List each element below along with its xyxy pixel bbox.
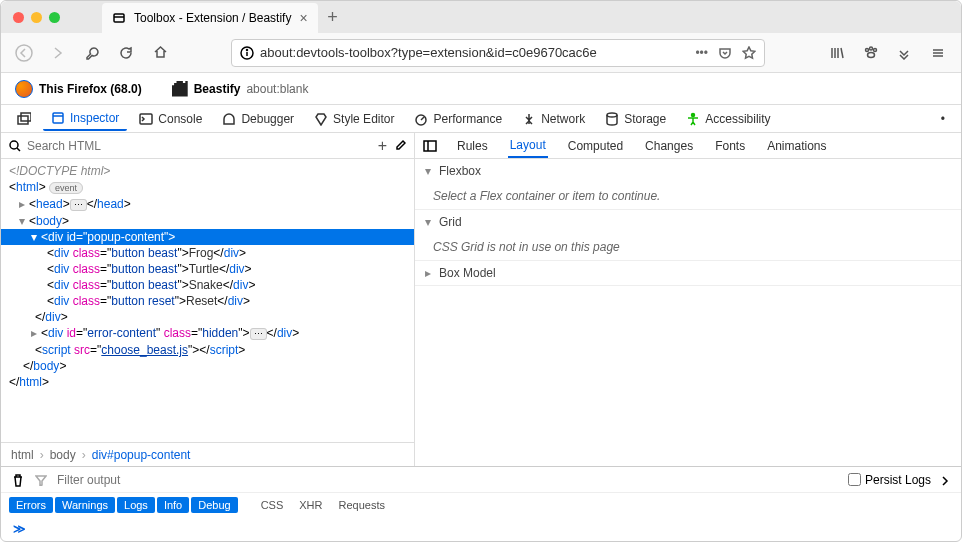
filter-css[interactable]: CSS <box>254 497 291 513</box>
svg-line-23 <box>421 117 424 120</box>
home-button[interactable] <box>147 40 173 66</box>
section-boxmodel: ▸Box Model <box>415 261 961 286</box>
tree-head[interactable]: ▸<head>⋯</head> <box>1 196 414 213</box>
tab-debugger[interactable]: Debugger <box>214 108 302 130</box>
pocket-icon[interactable] <box>718 46 732 60</box>
paw-icon[interactable] <box>857 40 883 66</box>
tab-storage[interactable]: Storage <box>597 108 674 130</box>
tab-console[interactable]: Console <box>131 108 210 130</box>
tab-performance[interactable]: Performance <box>406 108 510 130</box>
filter-input[interactable] <box>57 473 838 487</box>
url-bar[interactable]: ••• <box>231 39 765 67</box>
menu-icon[interactable] <box>925 40 951 66</box>
firefox-target[interactable]: This Firefox (68.0) <box>15 80 142 98</box>
browser-tab[interactable]: Toolbox - Extension / Beastify × <box>102 3 318 33</box>
reload-button[interactable] <box>113 40 139 66</box>
filter-xhr[interactable]: XHR <box>292 497 329 513</box>
eyedropper-icon[interactable] <box>393 139 406 152</box>
flexbox-header[interactable]: ▾Flexbox <box>415 159 961 183</box>
rtab-layout[interactable]: Layout <box>508 134 548 158</box>
search-input[interactable] <box>27 139 372 153</box>
crumb-body[interactable]: body <box>50 448 76 462</box>
rtab-computed[interactable]: Computed <box>566 135 625 157</box>
layout-toggle-icon[interactable] <box>423 139 437 153</box>
svg-rect-18 <box>21 113 31 121</box>
library-icon[interactable] <box>823 40 849 66</box>
svg-rect-0 <box>114 14 124 22</box>
tree-beast-row[interactable]: <div class="button beast">Frog</div> <box>1 245 414 261</box>
filter-info[interactable]: Info <box>157 497 189 513</box>
markup-panel: + <!DOCTYPE html> <html> event ▸<head>⋯<… <box>1 133 415 466</box>
svg-point-10 <box>865 49 868 52</box>
tree-div-close[interactable]: </div> <box>1 309 414 325</box>
svg-line-9 <box>841 48 843 58</box>
svg-point-12 <box>873 49 876 52</box>
tab-style-editor[interactable]: Style Editor <box>306 108 402 130</box>
svg-point-5 <box>247 49 248 50</box>
crumb-current[interactable]: div#popup-content <box>92 448 191 462</box>
tree-error-content[interactable]: ▸<div id="error-content" class="hidden">… <box>1 325 414 342</box>
svg-rect-21 <box>140 114 152 124</box>
filter-errors[interactable]: Errors <box>9 497 53 513</box>
crumb-html[interactable]: html <box>11 448 34 462</box>
close-tab-icon[interactable]: × <box>299 10 307 26</box>
breadcrumbs[interactable]: html› body› div#popup-content <box>1 442 414 466</box>
star-icon[interactable] <box>742 46 756 60</box>
info-icon[interactable] <box>240 46 254 60</box>
tree-body[interactable]: ▾<body> <box>1 213 414 229</box>
devtools-more-icon[interactable]: • <box>933 108 953 130</box>
rtab-fonts[interactable]: Fonts <box>713 135 747 157</box>
svg-line-29 <box>17 148 20 151</box>
boxmodel-header[interactable]: ▸Box Model <box>415 261 961 285</box>
tab-title: Toolbox - Extension / Beastify <box>134 11 291 25</box>
trash-icon[interactable] <box>11 473 25 487</box>
new-tab-button[interactable]: + <box>318 7 348 28</box>
rtab-rules[interactable]: Rules <box>455 135 490 157</box>
tools-button[interactable] <box>79 40 105 66</box>
window-tabbar: Toolbox - Extension / Beastify × + <box>1 1 961 33</box>
dom-tree[interactable]: <!DOCTYPE html> <html> event ▸<head>⋯</h… <box>1 159 414 442</box>
filter-logs[interactable]: Logs <box>117 497 155 513</box>
tree-beast-row[interactable]: <div class="button reset">Reset</div> <box>1 293 414 309</box>
console-panel: Persist Logs Errors Warnings Logs Info D… <box>1 466 961 541</box>
tab-network[interactable]: Network <box>514 108 593 130</box>
more-icon[interactable]: ••• <box>695 46 708 60</box>
tree-html[interactable]: <html> event <box>1 179 414 196</box>
overflow-icon[interactable] <box>891 40 917 66</box>
tree-html-close[interactable]: </html> <box>1 374 414 390</box>
rtab-changes[interactable]: Changes <box>643 135 695 157</box>
rtab-animations[interactable]: Animations <box>765 135 828 157</box>
filter-requests[interactable]: Requests <box>332 497 392 513</box>
section-flexbox: ▾Flexbox Select a Flex container or item… <box>415 159 961 210</box>
tree-beast-row[interactable]: <div class="button beast">Turtle</div> <box>1 261 414 277</box>
search-icon <box>9 140 21 152</box>
back-button[interactable] <box>11 40 37 66</box>
tree-doctype[interactable]: <!DOCTYPE html> <box>1 163 414 179</box>
svg-point-27 <box>692 113 695 116</box>
console-toolbar: Persist Logs <box>1 467 961 493</box>
console-overflow-icon[interactable] <box>941 473 951 487</box>
minimize-window-icon[interactable] <box>31 12 42 23</box>
filter-warnings[interactable]: Warnings <box>55 497 115 513</box>
tree-popup-content[interactable]: ▾<div id="popup-content"> <box>1 229 414 245</box>
grid-header[interactable]: ▾Grid <box>415 210 961 234</box>
iframe-picker-button[interactable] <box>9 108 39 130</box>
tab-inspector[interactable]: Inspector <box>43 107 127 131</box>
close-window-icon[interactable] <box>13 12 24 23</box>
tree-script[interactable]: <script src="choose_beast.js"></script> <box>1 342 414 358</box>
url-input[interactable] <box>260 45 689 60</box>
tab-accessibility[interactable]: Accessibility <box>678 108 778 130</box>
extension-url: about:blank <box>246 82 308 96</box>
section-grid: ▾Grid CSS Grid is not in use on this pag… <box>415 210 961 261</box>
tree-beast-row[interactable]: <div class="button beast">Snake</div> <box>1 277 414 293</box>
tree-body-close[interactable]: </body> <box>1 358 414 374</box>
maximize-window-icon[interactable] <box>49 12 60 23</box>
devtools-tabs: Inspector Console Debugger Style Editor … <box>1 105 961 133</box>
filter-debug[interactable]: Debug <box>191 497 237 513</box>
forward-button[interactable] <box>45 40 71 66</box>
extension-target[interactable]: Beastify about:blank <box>172 81 309 97</box>
persist-logs[interactable]: Persist Logs <box>848 473 931 487</box>
add-node-button[interactable]: + <box>378 137 387 155</box>
svg-point-22 <box>416 115 426 125</box>
console-prompt[interactable]: ≫ <box>1 517 961 541</box>
